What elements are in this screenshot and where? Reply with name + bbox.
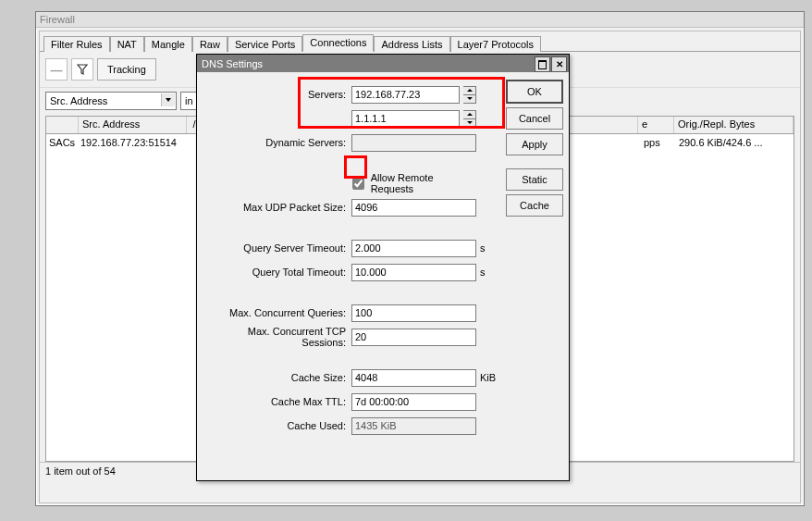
square-icon — [538, 60, 547, 69]
tab-connections[interactable]: Connections — [302, 34, 374, 52]
dns-button-column: OK Cancel Apply Static Cache — [506, 80, 563, 435]
tracking-button[interactable]: Tracking — [97, 58, 156, 81]
query-total-timeout-input[interactable]: 10.000 — [351, 264, 476, 281]
chevron-down-icon — [467, 121, 473, 124]
firewall-tabstrip: Filter Rules NAT Mangle Raw Service Port… — [40, 31, 800, 52]
max-concurrent-tcp-input[interactable]: 20 — [351, 329, 476, 346]
tab-service-ports[interactable]: Service Ports — [228, 36, 302, 52]
chevron-down-icon — [161, 93, 175, 106]
apply-button[interactable]: Apply — [506, 133, 563, 155]
row-e: pps — [640, 136, 675, 149]
cache-button[interactable]: Cache — [506, 194, 563, 217]
cache-size-input[interactable]: 4048 — [351, 369, 476, 387]
ok-button[interactable]: OK — [506, 80, 563, 104]
dns-settings-dialog: DNS Settings ✕ Servers: 192.168.77.23 1.… — [196, 54, 570, 481]
server2-input[interactable]: 1.1.1.1 — [351, 110, 460, 128]
remove-button[interactable]: — — [45, 58, 68, 81]
col-e[interactable]: e — [638, 117, 674, 133]
query-server-timeout-label: Query Server Timeout: — [203, 242, 348, 254]
max-concurrent-queries-label: Max. Concurrent Queries: — [203, 307, 348, 318]
tab-layer7[interactable]: Layer7 Protocols — [450, 36, 542, 52]
tab-filter-rules[interactable]: Filter Rules — [43, 36, 110, 52]
cancel-button[interactable]: Cancel — [506, 107, 563, 130]
cache-size-label: Cache Size: — [203, 372, 348, 383]
max-concurrent-queries-input[interactable]: 100 — [351, 304, 476, 322]
funnel-icon — [77, 64, 88, 75]
dialog-maximize-button[interactable] — [535, 56, 550, 72]
status-text: 1 item out of 54 — [45, 465, 116, 477]
firewall-titlebar: Firewall — [36, 12, 804, 28]
cache-used-label: Cache Used: — [203, 420, 348, 431]
kib-unit: KiB — [480, 372, 500, 383]
col-bytes[interactable]: Orig./Repl. Bytes — [674, 117, 794, 133]
cache-used-field: 1435 KiB — [351, 417, 476, 435]
dns-titlebar[interactable]: DNS Settings ✕ — [197, 55, 569, 72]
col-src-address[interactable]: Src. Address — [79, 117, 187, 133]
tab-mangle[interactable]: Mangle — [144, 36, 192, 52]
minus-icon: — — [51, 63, 63, 77]
query-server-timeout-input[interactable]: 2.000 — [351, 240, 476, 257]
seconds-unit: s — [480, 267, 500, 278]
max-concurrent-tcp-label: Max. Concurrent TCP Sessions: — [203, 326, 348, 348]
filter-field-select[interactable]: Src. Address — [45, 92, 177, 110]
row-src: 192.168.77.23:51514 — [77, 136, 191, 149]
close-icon: ✕ — [556, 59, 563, 69]
allow-remote-checkbox[interactable] — [352, 178, 364, 190]
allow-remote-label: Allow Remote Requests — [371, 172, 477, 194]
servers-label: Servers: — [203, 89, 348, 100]
max-udp-label: Max UDP Packet Size: — [203, 202, 348, 213]
dynamic-servers-label: Dynamic Servers: — [203, 137, 348, 148]
seconds-unit: s — [480, 242, 500, 254]
server2-spinner[interactable] — [463, 110, 476, 128]
chevron-up-icon — [467, 113, 473, 116]
cache-max-ttl-input[interactable]: 7d 00:00:00 — [351, 393, 476, 411]
dns-title-text: DNS Settings — [202, 58, 263, 69]
server1-spinner[interactable] — [463, 86, 476, 104]
filter-button[interactable] — [71, 58, 93, 81]
dynamic-servers-field — [351, 134, 476, 152]
tab-nat[interactable]: NAT — [110, 36, 144, 52]
row-tag: SACs — [46, 136, 77, 149]
dns-form: Servers: 192.168.77.23 1.1.1.1 Dynamic S… — [203, 80, 500, 435]
static-button[interactable]: Static — [506, 168, 563, 191]
col-marker[interactable] — [46, 117, 79, 133]
tab-raw[interactable]: Raw — [192, 36, 228, 52]
chevron-up-icon — [467, 89, 473, 92]
cache-max-ttl-label: Cache Max TTL: — [203, 396, 348, 407]
query-total-timeout-label: Query Total Timeout: — [203, 267, 348, 278]
max-udp-input[interactable]: 4096 — [351, 199, 476, 217]
chevron-down-icon — [467, 97, 473, 100]
firewall-title-text: Firewall — [40, 14, 75, 25]
row-bytes: 290.6 KiB/424.6 ... — [675, 136, 794, 149]
server1-input[interactable]: 192.168.77.23 — [351, 86, 460, 104]
tab-address-lists[interactable]: Address Lists — [374, 36, 449, 52]
dialog-close-button[interactable]: ✕ — [551, 56, 567, 72]
